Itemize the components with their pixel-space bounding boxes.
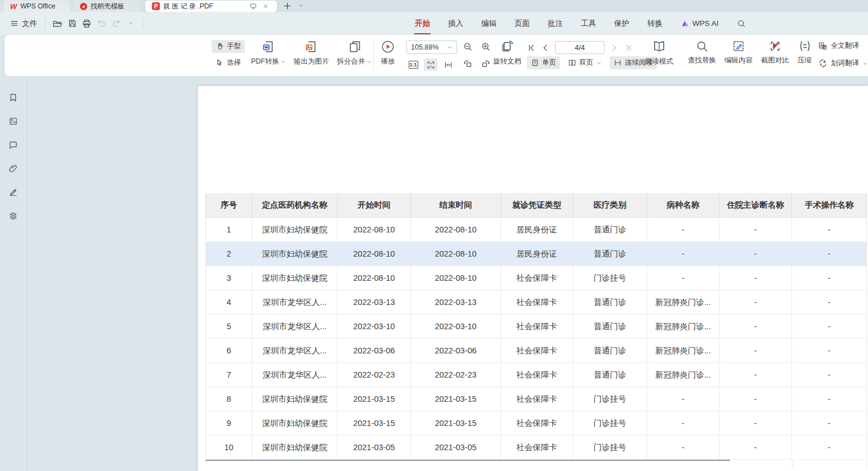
print-button[interactable] <box>79 16 94 31</box>
table-row[interactable]: 7深圳市龙华区人...2022-02-232022-02-23社会保障卡普通门诊… <box>205 363 867 387</box>
last-page-button[interactable] <box>624 43 633 52</box>
table-cell: 2021-03-05 <box>411 436 501 459</box>
read-mode-button[interactable]: 阅读模式 <box>645 39 673 66</box>
menu-tab-edit[interactable]: 编辑 <box>481 17 497 30</box>
rotate-left-button[interactable] <box>463 59 473 69</box>
signature-panel-button[interactable] <box>8 186 19 198</box>
table-cell: 2021-03-15 <box>338 411 411 435</box>
menu-tab-tools[interactable]: 工具 <box>580 17 597 30</box>
full-translate-button[interactable]: A 全文翻译 <box>818 41 859 51</box>
screenshot-compare-button[interactable]: 截图对比 <box>761 39 789 65</box>
export-as-image-button[interactable]: 输出为图片 <box>294 39 329 66</box>
menu-tab-annotate[interactable]: 批注 <box>547 17 563 30</box>
attachment-panel-button[interactable] <box>8 163 19 174</box>
table-row[interactable]: 8深圳市妇幼保健院2021-03-152021-03-15社会保障卡门诊挂号--… <box>205 387 867 411</box>
undo-history-chevron-icon[interactable] <box>123 16 138 31</box>
find-replace-button[interactable]: 查找替换 <box>688 39 716 65</box>
next-page-button[interactable] <box>610 43 619 52</box>
menu-search-button[interactable] <box>736 18 746 29</box>
rotate-right-button[interactable] <box>481 59 491 69</box>
table-cell: 社会保障卡 <box>501 290 573 314</box>
bookmark-panel-button[interactable] <box>8 92 19 103</box>
menu-tab-convert[interactable]: 转换 <box>647 17 663 30</box>
page-indicator-input[interactable]: 4/4 <box>555 41 605 54</box>
previous-page-button[interactable] <box>541 43 550 52</box>
page-indicator-value: 4/4 <box>575 43 585 52</box>
actual-size-button[interactable]: 1:1 <box>406 59 420 71</box>
pdf-convert-label: PDF转换 <box>251 57 279 66</box>
table-cell: - <box>792 218 867 241</box>
table-cell: 社会保障卡 <box>501 363 573 387</box>
table-row[interactable]: 5深圳市龙华区人...2022-03-102022-03-10社会保障卡普通门诊… <box>205 315 867 339</box>
hand-tool-button[interactable]: 手型 <box>212 40 245 53</box>
tab-document-active[interactable]: P 就 医 记 录 .PDF <box>145 1 277 12</box>
table-cell: 2022-08-10 <box>411 266 501 290</box>
table-row[interactable]: 1深圳市妇幼保健院2022-08-102022-08-10居民身份证普通门诊--… <box>205 218 867 242</box>
table-row[interactable]: 3深圳市妇幼保健院2022-08-102022-08-10社会保障卡门诊挂号--… <box>205 266 867 290</box>
docer-template-icon <box>80 3 87 10</box>
wps-ai-button[interactable]: WPS AI <box>680 18 719 29</box>
new-tab-button[interactable] <box>283 1 292 10</box>
double-page-button[interactable]: 双页 <box>564 56 606 69</box>
close-tab-icon[interactable] <box>261 2 270 11</box>
zoom-level-select[interactable]: 105.88% <box>406 41 457 54</box>
table-cell: 社会保障卡 <box>501 387 573 411</box>
table-cell: 2021-03-15 <box>338 387 411 411</box>
table-cell: - <box>719 315 792 338</box>
tab-wps-office[interactable]: W WPS Office <box>3 1 70 12</box>
table-row[interactable]: 4深圳市龙华区人...2022-03-132022-03-13社会保障卡普通门诊… <box>205 290 867 315</box>
tab-list-chevron-icon[interactable] <box>296 1 305 10</box>
screenshot-compare-label: 截图对比 <box>761 56 789 65</box>
layers-panel-button[interactable] <box>8 210 19 221</box>
redo-button[interactable] <box>109 16 123 31</box>
chevron-down-icon <box>366 59 372 65</box>
monitor-icon[interactable] <box>249 2 258 11</box>
double-page-label: 双页 <box>579 58 593 68</box>
table-cell: 新冠肺炎门诊... <box>647 363 719 387</box>
edit-content-button[interactable]: 编辑内容 <box>724 39 753 65</box>
table-cell: 2022-03-13 <box>411 290 501 314</box>
rotate-document-button[interactable]: 旋转文档 <box>493 39 521 66</box>
open-file-button[interactable] <box>50 16 65 31</box>
tab-template-store[interactable]: 找稻壳模板 <box>73 1 141 12</box>
compress-button[interactable]: 压缩 <box>798 39 812 65</box>
menu-tab-page[interactable]: 页面 <box>514 17 530 30</box>
menu-tab-insert[interactable]: 插入 <box>448 17 464 30</box>
table-cell: - <box>792 387 867 411</box>
book-icon <box>652 39 666 54</box>
file-menu-button[interactable]: 文件 <box>7 16 41 31</box>
split-merge-label: 拆分合并 <box>337 57 365 66</box>
menu-tab-protect[interactable]: 保护 <box>614 17 630 30</box>
zoom-out-button[interactable] <box>463 42 473 52</box>
table-row[interactable]: 6深圳市龙华区人...2022-03-062022-03-06社会保障卡普通门诊… <box>205 339 867 363</box>
select-tool-button[interactable]: 选择 <box>212 56 245 69</box>
fit-width-button[interactable] <box>441 59 455 71</box>
save-button[interactable] <box>65 16 79 31</box>
first-page-button[interactable] <box>527 43 536 52</box>
split-merge-button[interactable]: 拆分合并 <box>337 39 372 66</box>
table-row[interactable]: 9深圳市妇幼保健院2021-03-152021-03-15社会保障卡门诊挂号--… <box>205 411 867 436</box>
word-translate-button[interactable]: Ax 划词翻译 <box>818 59 868 68</box>
pdf-convert-button[interactable]: PDF转换 <box>251 39 286 66</box>
table-cell: 7 <box>205 363 252 387</box>
compress-icon <box>798 39 812 53</box>
table-cell: - <box>647 266 719 290</box>
single-page-button[interactable]: 单页 <box>527 56 560 69</box>
tab-label: WPS Office <box>20 2 55 10</box>
table-row[interactable]: 10深圳市妇幼保健院2021-03-052021-03-05社会保障卡门诊挂号-… <box>205 436 867 460</box>
table-cell: 2022-03-10 <box>411 315 501 338</box>
table-border-stub <box>792 461 793 468</box>
zoom-in-button[interactable] <box>481 42 491 52</box>
menu-tab-home[interactable]: 开始 <box>414 17 431 30</box>
edit-content-label: 编辑内容 <box>724 56 753 65</box>
pdf-page[interactable]: 序号定点医药机构名称开始时间结束时间就诊凭证类型医疗类别病种名称住院主诊断名称手… <box>198 86 868 471</box>
undo-button[interactable] <box>94 16 109 31</box>
hamburger-icon <box>10 19 19 28</box>
fit-page-button[interactable] <box>424 59 437 71</box>
table-cell: 深圳市妇幼保健院 <box>252 266 338 290</box>
thumbnail-panel-button[interactable] <box>8 115 19 127</box>
table-row[interactable]: 2深圳市妇幼保健院2022-08-102022-08-10居民身份证普通门诊--… <box>205 242 867 266</box>
play-button[interactable]: 播放 <box>381 39 395 66</box>
comment-panel-button[interactable] <box>8 139 19 150</box>
table-cell: 2022-03-10 <box>338 315 411 338</box>
